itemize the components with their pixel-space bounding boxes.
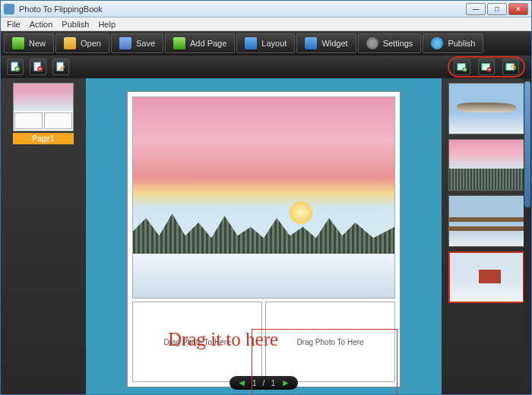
add-page-icon-button[interactable]	[7, 58, 24, 75]
menu-help[interactable]: Help	[98, 20, 116, 29]
save-label: Save	[136, 39, 155, 48]
page-navigator: ◄ 1 / 1 ►	[230, 376, 298, 390]
new-label: New	[29, 39, 46, 48]
pages-panel: Page1	[1, 78, 86, 394]
canvas-area: Drag Photo To Here Drag Photo To Here ◄ …	[86, 78, 442, 394]
publish-button[interactable]: Publish	[423, 33, 483, 53]
edit-page-icon-button[interactable]	[52, 58, 69, 75]
main-toolbar: New Open Save Add Page Layout Widget Set…	[1, 31, 531, 55]
layout-button[interactable]: Layout	[236, 33, 295, 53]
save-icon	[119, 37, 131, 49]
add-page-icon	[173, 37, 185, 49]
window-title: Photo To FlippingBook	[19, 5, 466, 14]
prev-page-button[interactable]: ◄	[237, 378, 246, 388]
new-icon	[12, 37, 24, 49]
photo-plus-icon	[457, 62, 467, 72]
next-page-button[interactable]: ►	[281, 378, 290, 388]
page-thumbnail-image	[13, 83, 74, 131]
svg-rect-9	[506, 64, 515, 71]
photo-slot-1[interactable]	[132, 96, 395, 299]
layout-label: Layout	[261, 39, 287, 48]
layout-icon	[245, 37, 257, 49]
open-icon	[64, 37, 76, 49]
snow-layer	[133, 254, 394, 298]
remove-photo-button[interactable]	[478, 58, 495, 75]
photo-slot-3[interactable]: Drag Photo To Here	[265, 302, 395, 382]
menu-action[interactable]: Action	[30, 20, 53, 29]
page-edit-icon	[55, 62, 66, 72]
page-thumbnail[interactable]: Page1	[13, 83, 74, 144]
remove-page-icon-button[interactable]	[30, 58, 46, 75]
photo-library-item[interactable]	[448, 83, 524, 134]
sub-toolbar	[1, 55, 531, 78]
menubar: File Action Publish Help	[1, 17, 531, 31]
add-photo-button[interactable]	[454, 58, 470, 75]
settings-button[interactable]: Settings	[358, 33, 422, 53]
photo-library-item-selected[interactable]	[448, 251, 524, 303]
photo-refresh-icon	[505, 62, 516, 72]
page-current: 1	[252, 379, 257, 387]
titlebar: Photo To FlippingBook — □ ✕	[1, 1, 531, 17]
settings-icon	[366, 37, 378, 49]
add-page-button[interactable]: Add Page	[165, 33, 235, 53]
app-window: Photo To FlippingBook — □ ✕ File Action …	[0, 0, 532, 395]
photo-library-item[interactable]	[448, 139, 524, 191]
content-area: Page1 Drag Photo To Here Drag Photo To H…	[1, 78, 531, 394]
scrollbar-thumb[interactable]	[524, 81, 530, 207]
page-separator: /	[263, 379, 265, 387]
page-plus-icon	[10, 62, 21, 72]
add-page-label: Add Page	[190, 39, 226, 48]
settings-label: Settings	[383, 39, 413, 48]
photo-slot-row: Drag Photo To Here Drag Photo To Here	[132, 302, 395, 382]
publish-label: Publish	[448, 39, 475, 48]
app-icon	[4, 4, 14, 14]
widget-button[interactable]: Widget	[296, 33, 356, 53]
refresh-photos-button[interactable]	[502, 58, 519, 75]
library-scrollbar[interactable]	[524, 78, 531, 394]
photo-slot-2[interactable]: Drag Photo To Here	[132, 302, 262, 382]
photo-slot-2-placeholder: Drag Photo To Here	[163, 338, 230, 346]
maximize-button[interactable]: □	[487, 3, 507, 15]
page-thumbnail-label: Page1	[13, 133, 74, 144]
page-minus-icon	[33, 62, 43, 72]
minimize-button[interactable]: —	[466, 3, 486, 15]
menu-publish[interactable]: Publish	[62, 20, 89, 29]
page-total: 1	[271, 379, 275, 387]
photo-slot-3-placeholder: Drag Photo To Here	[296, 338, 363, 346]
save-button[interactable]: Save	[111, 33, 163, 53]
widget-label: Widget	[321, 39, 347, 48]
photo-library-actions-highlight	[448, 56, 525, 77]
open-button[interactable]: Open	[55, 33, 109, 53]
page-editor[interactable]: Drag Photo To Here Drag Photo To Here	[127, 91, 401, 387]
photo-library-item[interactable]	[448, 195, 524, 247]
photo-library-panel	[442, 78, 531, 394]
open-label: Open	[81, 39, 101, 48]
window-controls: — □ ✕	[466, 3, 528, 15]
publish-icon	[431, 37, 443, 49]
menu-file[interactable]: File	[7, 20, 21, 29]
new-button[interactable]: New	[4, 33, 54, 53]
close-button[interactable]: ✕	[508, 3, 528, 15]
photo-minus-icon	[481, 62, 492, 72]
widget-icon	[305, 37, 317, 49]
